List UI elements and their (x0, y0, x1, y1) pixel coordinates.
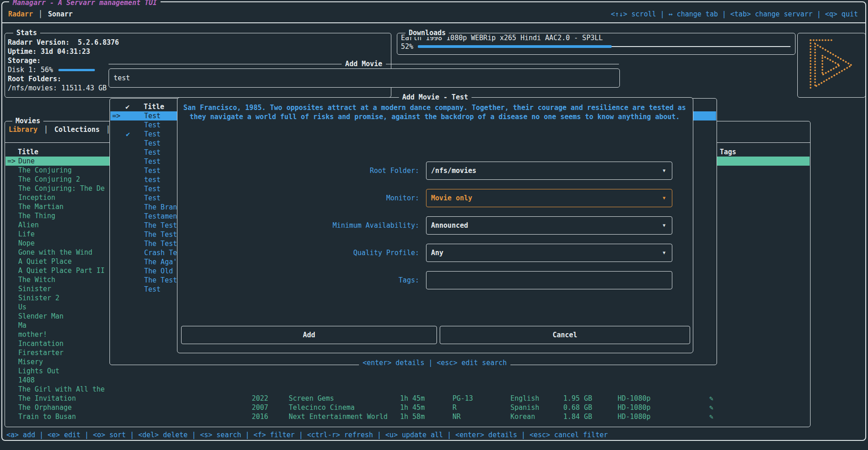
field-dropdown[interactable]: /nfs/movies▼ (426, 162, 672, 180)
movies-tags-column-header: Tags (720, 147, 736, 157)
result-title: Test (144, 111, 161, 120)
add-movie-search-input[interactable]: test (109, 68, 620, 88)
form-row-tags: Tags: (177, 271, 693, 289)
movie-title: Misery (18, 357, 43, 366)
disk-usage-bar (58, 69, 95, 71)
result-title: The Test (144, 230, 177, 239)
result-title: Test (144, 194, 161, 203)
movie-title: Firestarter (18, 348, 63, 357)
servarr-tabs: Radarr │ Sonarr (8, 10, 73, 18)
movie-title: Life (18, 230, 35, 239)
result-title: The Bran (144, 203, 177, 212)
movie-studio: Next Entertainment World (289, 412, 388, 421)
result-title: Testamen (144, 212, 177, 221)
result-title: Test (144, 285, 161, 294)
movie-quality: HD-1080p (618, 403, 650, 412)
edit-pencil-icon[interactable]: ✎ (709, 412, 713, 421)
tab-separator: │ (44, 126, 48, 134)
field-label: Minimum Availability: (177, 216, 419, 235)
add-button[interactable]: Add (181, 326, 437, 344)
stats-panel-title: Stats (13, 29, 40, 37)
movie-title: Train to Busan (18, 412, 76, 421)
movie-title: 1408 (18, 376, 35, 385)
field-dropdown[interactable]: Any▼ (426, 244, 672, 262)
form-row-root-folder: Root Folder:/nfs/movies▼ (177, 162, 693, 180)
movie-language: Spanish (510, 403, 539, 412)
movie-row[interactable]: 1408 (5, 376, 810, 385)
in-library-check-icon: ✔ (126, 130, 130, 139)
result-title: The Test (144, 239, 177, 248)
chevron-down-icon: ▼ (663, 217, 665, 234)
selected-row-arrow: => (112, 111, 120, 120)
movies-panel-title: Movies (12, 117, 43, 125)
chevron-down-icon: ▼ (663, 162, 665, 179)
download-progress-bar (418, 45, 790, 48)
tab-separator: │ (38, 10, 42, 18)
footer-keybind-help: <a> add | <e> edit | <o> sort | <del> de… (6, 431, 608, 439)
movie-row[interactable]: Train to Busan2016Next Entertainment Wor… (5, 412, 810, 421)
result-title: The Test (144, 276, 177, 285)
modal-title: Add Movie - Test (399, 93, 472, 101)
movie-title: Lights Out (18, 366, 59, 376)
movie-title: The Girl with All the (18, 385, 105, 394)
movie-year: 2022 (252, 394, 268, 403)
movie-studio: Screen Gems (289, 394, 334, 403)
movie-year: 2016 (252, 412, 268, 421)
selected-row-arrow: => (7, 157, 16, 166)
tab-library[interactable]: Library (9, 126, 37, 134)
movie-title: Inception (18, 193, 55, 202)
movie-runtime: 1h 45m (400, 394, 425, 403)
tab-radarr[interactable]: Radarr (8, 10, 33, 18)
download-percent: 52% (401, 42, 413, 51)
header-divider (2, 22, 865, 23)
add-movie-modal: Add Movie - Test San Francisco, 1985. Tw… (177, 97, 693, 353)
chevron-down-icon: ▼ (663, 244, 665, 262)
movie-title: Sinister 2 (18, 293, 59, 303)
movie-title: Alien (18, 220, 39, 230)
download-progress-row: 52% (397, 42, 795, 51)
result-title: Test (144, 184, 161, 194)
field-dropdown[interactable]: Announced▼ (426, 216, 672, 235)
managarr-logo-icon (804, 37, 859, 93)
field-dropdown[interactable]: Movie only▼ (426, 189, 672, 207)
movie-rating: R (452, 403, 457, 412)
result-title: Test (144, 148, 161, 157)
movie-description: San Francisco, 1985. Two opposites attra… (181, 103, 688, 121)
result-title: Test (144, 157, 161, 166)
add-movie-search-title: Add Movie (345, 60, 382, 68)
result-title: The Test (144, 221, 177, 230)
movie-language: English (510, 394, 539, 403)
field-input[interactable] (426, 271, 672, 289)
edit-pencil-icon[interactable]: ✎ (709, 394, 713, 403)
field-label: Tags: (177, 271, 419, 289)
movie-row[interactable]: The Girl with All the (5, 385, 810, 394)
result-title: Test (144, 130, 161, 139)
movie-runtime: 1h 45m (400, 403, 425, 412)
result-title: The Aga' (144, 257, 177, 267)
movie-size: 1.84 GB (563, 412, 592, 421)
app-title: Managarr - A Servarr management TUI (9, 0, 161, 7)
movie-row[interactable]: The Orphanage2007Telecinco Cinema1h 45mR… (5, 403, 810, 412)
movie-row[interactable]: The Invitation2022Screen Gems1h 45mPG-13… (5, 394, 810, 403)
movie-title: Gone with the Wind (18, 248, 93, 257)
downloads-panel-title: Downloads (405, 29, 449, 37)
movie-title: Us (18, 303, 26, 312)
cancel-button[interactable]: Cancel (440, 326, 690, 344)
movie-row[interactable]: Lights Out (5, 366, 810, 376)
field-label: Root Folder: (177, 162, 419, 180)
movies-title-column-header: Title (18, 147, 38, 157)
movie-title: Nope (18, 239, 35, 248)
result-title: Test (144, 139, 161, 148)
check-column-header-icon: ✔ (125, 102, 130, 111)
form-row-monitor: Monitor:Movie only▼ (177, 189, 693, 207)
field-label: Monitor: (177, 189, 419, 207)
movie-size: 0.68 GB (563, 403, 592, 412)
tab-collections[interactable]: Collections (54, 126, 99, 134)
movie-title: The Orphanage (18, 403, 72, 412)
result-title: test (144, 175, 161, 184)
edit-pencil-icon[interactable]: ✎ (709, 403, 713, 412)
tab-sonarr[interactable]: Sonarr (48, 10, 73, 18)
download-item-name: Earth 1998 1080p WEBRip x265 Hindi AAC2.… (397, 33, 795, 42)
movie-rating: NR (452, 412, 461, 421)
modal-keybind-hint: <enter> details | <esc> edit search (177, 359, 692, 367)
